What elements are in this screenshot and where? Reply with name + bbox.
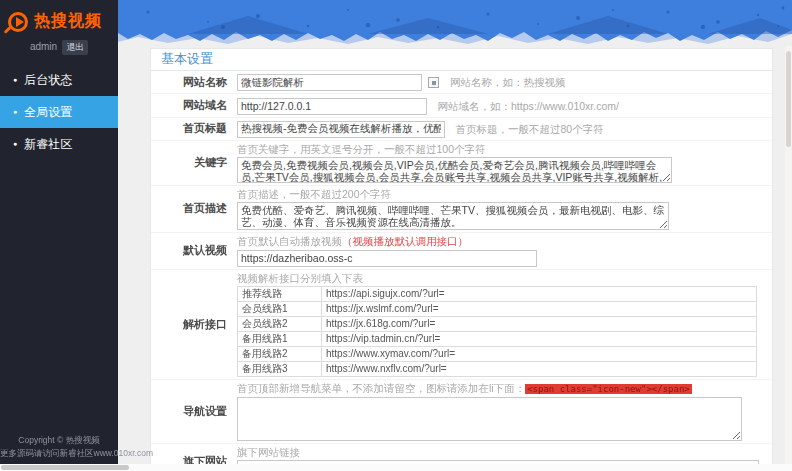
parse-line-name: 推荐线路 xyxy=(238,286,322,301)
form-row-home-title: 首页标题 首页标题，一般不超过80个字符 xyxy=(151,118,772,141)
keywords-label: 关键字 xyxy=(151,155,237,170)
parse-line-row: 推荐线路 https://api.sigujx.com/?url= xyxy=(238,286,757,301)
form-row-keywords: 关键字 首页关键字，用英文逗号分开，一般不超过100个字符 免费会员,免费视频会… xyxy=(151,141,772,186)
site-name-input[interactable] xyxy=(237,74,422,91)
vertical-scrollbar[interactable] xyxy=(785,46,792,471)
parse-line-name: 备用线路1 xyxy=(238,331,322,346)
community-link-text: 更多源码请访问新睿社区www.010xr.com xyxy=(0,447,118,460)
nav-settings-hint: 首页顶部新增导航菜单，不添加请留空，图标请添加在li下面：<span class… xyxy=(237,382,764,396)
user-bar: admin退出 xyxy=(0,37,118,64)
description-hint: 首页描述，一般不超过200个字符 xyxy=(237,188,764,201)
form-row-description: 首页描述 首页描述，一般不超过200个字符 免费优酷、爱奇艺、腾讯视频、哔哩哔哩… xyxy=(151,186,772,233)
keywords-textarea[interactable]: 免费会员,免费视频会员,视频会员,VIP会员,优酷会员,爱奇艺会员,腾讯视频会员… xyxy=(237,157,672,183)
nav-settings-label: 导航设置 xyxy=(151,404,237,419)
parse-api-hint: 视频解析接口分别填入下表 xyxy=(237,272,764,285)
parse-line-url[interactable]: https://jx.618g.com/?url= xyxy=(322,316,757,331)
parse-line-row: 备用线路3 https://www.nxflv.com/?url= xyxy=(238,361,757,376)
home-title-input[interactable] xyxy=(237,121,445,138)
parse-line-url[interactable]: https://www.nxflv.com/?url= xyxy=(322,361,757,376)
bullet-icon: ● xyxy=(13,76,17,83)
logo: 热搜视频 xyxy=(0,0,118,37)
nav-icon-code-snippet: <span class="icon-new"></span> xyxy=(525,384,692,394)
app-root: 热搜视频 admin退出 ●后台状态 ●全局设置 ●新睿社区 Copyright… xyxy=(0,0,792,471)
bullet-icon: ● xyxy=(13,108,17,115)
parse-line-row: 备用线路1 https://vip.tadmin.cn/?url= xyxy=(238,331,757,346)
nav-hint-text: 首页顶部新增导航菜单，不添加请留空，图标请添加在li下面： xyxy=(237,382,525,394)
sidebar-item-backend-status[interactable]: ●后台状态 xyxy=(0,64,118,96)
description-textarea[interactable]: 免费优酷、爱奇艺、腾讯视频、哔哩哔哩、芒果TV、搜狐视频会员，最新电视剧、电影、… xyxy=(237,202,669,230)
default-video-input[interactable] xyxy=(237,250,537,267)
parse-line-name: 会员线路1 xyxy=(238,301,322,316)
sidebar-item-label: 新睿社区 xyxy=(24,137,72,151)
panel-title: 基本设置 xyxy=(151,49,772,71)
parse-line-url[interactable]: https://www.xymav.com/?url= xyxy=(322,346,757,361)
site-domain-hint: 网站域名，如：https://www.010xr.com/ xyxy=(437,100,618,113)
default-video-hint-gray: 首页默认自动播放视频 xyxy=(237,235,342,247)
parse-line-name: 备用线路3 xyxy=(238,361,322,376)
default-video-hint-red: （视频播放默认调用接口） xyxy=(342,235,468,247)
sidebar-item-label: 全局设置 xyxy=(24,105,72,119)
header-wave-decoration xyxy=(118,0,792,46)
keywords-hint: 首页关键字，用英文逗号分开，一般不超过100个字符 xyxy=(237,143,764,156)
site-name-label: 网站名称 xyxy=(151,75,237,90)
site-domain-input[interactable] xyxy=(237,98,427,115)
sidebar-item-xinrui-community[interactable]: ●新睿社区 xyxy=(0,128,118,160)
form-row-site-domain: 网站域名 网站域名，如：https://www.010xr.com/ xyxy=(151,94,772,117)
parse-line-row: 备用线路2 https://www.xymav.com/?url= xyxy=(238,346,757,361)
logo-text: 热搜视频 xyxy=(34,11,102,32)
sidebar-item-label: 后台状态 xyxy=(24,73,72,87)
site-domain-label: 网站域名 xyxy=(151,98,237,113)
form-row-parse-api: 解析接口 视频解析接口分别填入下表 推荐线路 https://api.siguj… xyxy=(151,270,772,380)
bullet-icon: ● xyxy=(13,140,17,147)
default-video-label: 默认视频 xyxy=(151,243,237,258)
autofill-box-icon xyxy=(428,77,439,88)
parse-line-url[interactable]: https://jx.wslmf.com/?url= xyxy=(322,301,757,316)
form-row-nav-settings: 导航设置 首页顶部新增导航菜单，不添加请留空，图标请添加在li下面：<span … xyxy=(151,380,772,444)
nav-settings-textarea[interactable] xyxy=(237,397,742,441)
sidebar: 热搜视频 admin退出 ●后台状态 ●全局设置 ●新睿社区 Copyright… xyxy=(0,0,118,471)
form-row-default-video: 默认视频 首页默认自动播放视频（视频播放默认调用接口） xyxy=(151,233,772,270)
parse-line-name: 会员线路2 xyxy=(238,316,322,331)
parse-api-table: 推荐线路 https://api.sigujx.com/?url= 会员线路1 … xyxy=(237,286,757,377)
default-video-hint: 首页默认自动播放视频（视频播放默认调用接口） xyxy=(237,235,764,248)
description-label: 首页描述 xyxy=(151,201,237,216)
main-content: 基本设置 网站名称 网站名称，如：热搜视频 网站域名 网站域名，如：https:… xyxy=(118,0,792,471)
sidebar-footer: Copyright © 热搜视频 更多源码请访问新睿社区www.010xr.co… xyxy=(0,434,118,460)
home-title-hint: 首页标题，一般不超过80个字符 xyxy=(455,123,603,136)
basic-settings-panel: 基本设置 网站名称 网站名称，如：热搜视频 网站域名 网站域名，如：https:… xyxy=(150,48,773,471)
parse-api-label: 解析接口 xyxy=(151,317,237,332)
parse-line-url[interactable]: https://api.sigujx.com/?url= xyxy=(322,286,757,301)
logout-button[interactable]: 退出 xyxy=(62,40,88,55)
copyright-text: Copyright © 热搜视频 xyxy=(0,434,118,447)
parse-line-row: 会员线路1 https://jx.wslmf.com/?url= xyxy=(238,301,757,316)
form-row-site-name: 网站名称 网站名称，如：热搜视频 xyxy=(151,71,772,94)
home-title-label: 首页标题 xyxy=(151,121,237,136)
horizontal-scrollbar-thumb[interactable] xyxy=(1,465,129,470)
sidebar-item-global-settings[interactable]: ●全局设置 xyxy=(0,96,118,128)
parse-line-name: 备用线路2 xyxy=(238,346,322,361)
play-search-icon xyxy=(8,12,28,32)
sidebar-nav: ●后台状态 ●全局设置 ●新睿社区 xyxy=(0,64,118,160)
vertical-scrollbar-thumb[interactable] xyxy=(786,51,791,147)
sub-site-hint: 旗下网站链接 xyxy=(237,446,764,459)
site-name-hint: 网站名称，如：热搜视频 xyxy=(450,76,566,89)
parse-line-row: 会员线路2 https://jx.618g.com/?url= xyxy=(238,316,757,331)
horizontal-scrollbar[interactable] xyxy=(0,464,792,471)
parse-line-url[interactable]: https://vip.tadmin.cn/?url= xyxy=(322,331,757,346)
username: admin xyxy=(30,41,57,52)
